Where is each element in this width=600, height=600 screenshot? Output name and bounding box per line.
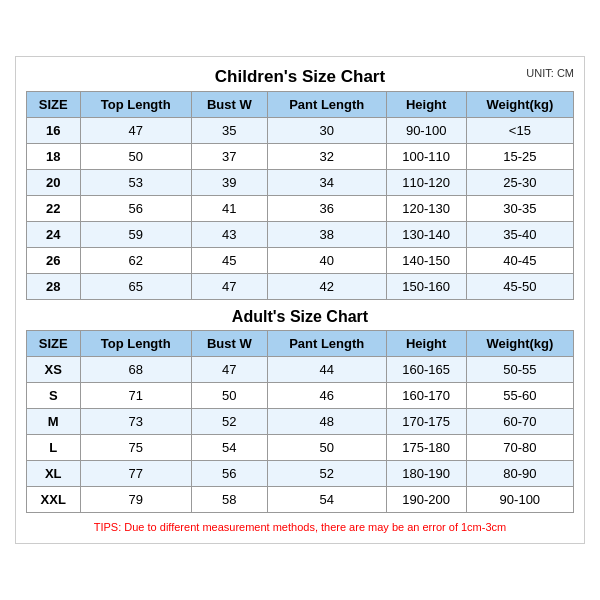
table-cell: 110-120	[386, 170, 466, 196]
children-col-weight: Weight(kg)	[466, 92, 573, 118]
table-cell: 24	[27, 222, 81, 248]
table-cell: XL	[27, 461, 81, 487]
table-row: XL775652180-19080-90	[27, 461, 574, 487]
tips-text: TIPS: Due to different measurement metho…	[26, 521, 574, 533]
adults-table-header: SIZE Top Length Bust W Pant Length Heigh…	[27, 331, 574, 357]
table-cell: 180-190	[386, 461, 466, 487]
table-cell: 52	[191, 409, 267, 435]
table-row: 26624540140-15040-45	[27, 248, 574, 274]
table-row: 1647353090-100<15	[27, 118, 574, 144]
table-cell: 45	[191, 248, 267, 274]
table-cell: 79	[80, 487, 191, 513]
table-cell: 140-150	[386, 248, 466, 274]
table-cell: S	[27, 383, 81, 409]
adults-col-weight: Weight(kg)	[466, 331, 573, 357]
children-col-pant-length: Pant Length	[267, 92, 386, 118]
table-cell: 56	[191, 461, 267, 487]
table-row: 18503732100-11015-25	[27, 144, 574, 170]
table-cell: 55-60	[466, 383, 573, 409]
table-cell: 100-110	[386, 144, 466, 170]
children-header-row: SIZE Top Length Bust W Pant Length Heigh…	[27, 92, 574, 118]
children-col-top-length: Top Length	[80, 92, 191, 118]
table-cell: 22	[27, 196, 81, 222]
table-cell: 70-80	[466, 435, 573, 461]
table-cell: 62	[80, 248, 191, 274]
table-cell: 60-70	[466, 409, 573, 435]
table-cell: 75	[80, 435, 191, 461]
table-cell: 50	[80, 144, 191, 170]
table-cell: 71	[80, 383, 191, 409]
table-cell: 120-130	[386, 196, 466, 222]
table-cell: 25-30	[466, 170, 573, 196]
table-row: 24594338130-14035-40	[27, 222, 574, 248]
table-cell: 90-100	[466, 487, 573, 513]
table-cell: 73	[80, 409, 191, 435]
table-cell: 37	[191, 144, 267, 170]
children-col-height: Height	[386, 92, 466, 118]
table-cell: 47	[80, 118, 191, 144]
table-cell: 90-100	[386, 118, 466, 144]
table-cell: XS	[27, 357, 81, 383]
children-chart-title: Children's Size Chart UNIT: CM	[26, 67, 574, 87]
table-cell: 50-55	[466, 357, 573, 383]
adults-chart-title: Adult's Size Chart	[26, 308, 574, 326]
table-cell: 58	[191, 487, 267, 513]
adults-size-table: SIZE Top Length Bust W Pant Length Heigh…	[26, 330, 574, 513]
table-row: 28654742150-16045-50	[27, 274, 574, 300]
children-table-header: SIZE Top Length Bust W Pant Length Heigh…	[27, 92, 574, 118]
adults-col-bust-w: Bust W	[191, 331, 267, 357]
adults-col-top-length: Top Length	[80, 331, 191, 357]
table-row: L755450175-18070-80	[27, 435, 574, 461]
adults-header-row: SIZE Top Length Bust W Pant Length Heigh…	[27, 331, 574, 357]
table-cell: 50	[267, 435, 386, 461]
children-col-bust-w: Bust W	[191, 92, 267, 118]
children-col-size: SIZE	[27, 92, 81, 118]
table-cell: 56	[80, 196, 191, 222]
table-cell: 34	[267, 170, 386, 196]
unit-label: UNIT: CM	[526, 67, 574, 79]
table-cell: 26	[27, 248, 81, 274]
table-cell: 41	[191, 196, 267, 222]
adults-title-text: Adult's Size Chart	[232, 308, 368, 325]
table-cell: 190-200	[386, 487, 466, 513]
table-row: XS684744160-16550-55	[27, 357, 574, 383]
table-cell: M	[27, 409, 81, 435]
table-cell: 45-50	[466, 274, 573, 300]
adults-col-size: SIZE	[27, 331, 81, 357]
children-table-body: 1647353090-100<1518503732100-11015-25205…	[27, 118, 574, 300]
table-row: 22564136120-13030-35	[27, 196, 574, 222]
table-cell: 32	[267, 144, 386, 170]
table-row: 20533934110-12025-30	[27, 170, 574, 196]
table-cell: 175-180	[386, 435, 466, 461]
table-cell: 39	[191, 170, 267, 196]
size-chart-container: Children's Size Chart UNIT: CM SIZE Top …	[15, 56, 585, 544]
children-title-text: Children's Size Chart	[215, 67, 385, 86]
table-cell: XXL	[27, 487, 81, 513]
table-cell: 50	[191, 383, 267, 409]
table-cell: 160-170	[386, 383, 466, 409]
table-cell: L	[27, 435, 81, 461]
table-cell: 47	[191, 274, 267, 300]
table-cell: 42	[267, 274, 386, 300]
table-cell: 30-35	[466, 196, 573, 222]
table-cell: 150-160	[386, 274, 466, 300]
table-cell: <15	[466, 118, 573, 144]
table-cell: 170-175	[386, 409, 466, 435]
table-cell: 48	[267, 409, 386, 435]
table-cell: 20	[27, 170, 81, 196]
adults-col-height: Height	[386, 331, 466, 357]
table-row: S715046160-17055-60	[27, 383, 574, 409]
table-cell: 43	[191, 222, 267, 248]
table-cell: 46	[267, 383, 386, 409]
adults-table-body: XS684744160-16550-55S715046160-17055-60M…	[27, 357, 574, 513]
table-cell: 40-45	[466, 248, 573, 274]
children-size-table: SIZE Top Length Bust W Pant Length Heigh…	[26, 91, 574, 300]
table-cell: 52	[267, 461, 386, 487]
table-cell: 59	[80, 222, 191, 248]
table-cell: 40	[267, 248, 386, 274]
table-cell: 47	[191, 357, 267, 383]
table-cell: 54	[191, 435, 267, 461]
table-cell: 65	[80, 274, 191, 300]
table-cell: 38	[267, 222, 386, 248]
table-row: XXL795854190-20090-100	[27, 487, 574, 513]
